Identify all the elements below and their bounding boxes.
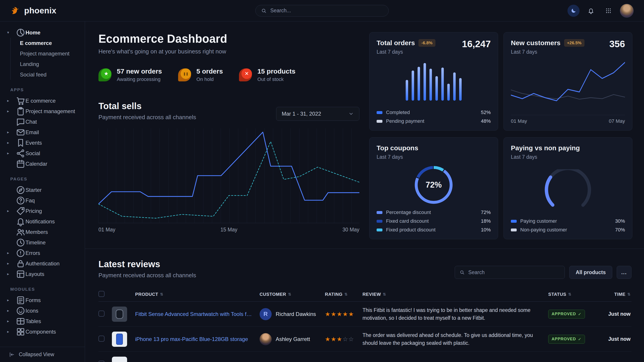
user-avatar[interactable]	[620, 4, 634, 18]
check-icon: ✓	[578, 337, 582, 342]
legend-swatch	[511, 220, 517, 223]
legend-swatch	[376, 229, 382, 231]
column-header-time[interactable]: TIME⇅	[599, 292, 632, 297]
sidebar-item-landing[interactable]: Landing	[10, 59, 85, 69]
review-text: This Fitbit is fantastic! I was trying t…	[362, 306, 548, 322]
avatar	[260, 333, 272, 345]
sidebar-section-pages: PAGES Starter Faq ▸ Pricing Notification…	[0, 169, 85, 279]
legend-swatch	[511, 229, 517, 231]
paying-gauge-chart	[511, 160, 625, 218]
legend-swatch	[376, 111, 382, 114]
caret-down-icon: ▾	[7, 30, 16, 35]
caret-right-icon: ▸	[7, 130, 16, 135]
sort-icon: ⇅	[568, 292, 572, 297]
share-icon	[16, 148, 26, 158]
stat-caption: Out of stock	[257, 76, 295, 82]
customer-cell: RRichard Dawkins	[260, 308, 325, 320]
sidebar-section-apps: APPS ▸ E commerce ▸ Project management C…	[0, 80, 85, 169]
check-icon: ✓	[578, 312, 582, 317]
product-image	[112, 332, 127, 347]
legend-item: Completed 52%	[376, 110, 491, 115]
sidebar-item-forms[interactable]: ▸ Forms	[0, 295, 85, 306]
column-header-rating[interactable]: RATING⇅	[325, 292, 362, 297]
legend-item: Non-paying customer 70%	[511, 227, 625, 233]
global-search[interactable]	[255, 5, 389, 16]
sidebar-item-events[interactable]: ▸ Events	[0, 137, 85, 148]
sidebar-item-errors[interactable]: ▸ Errors	[0, 248, 85, 258]
sidebar-item-layouts[interactable]: ▸ Layouts	[0, 269, 85, 279]
caret-right-icon: ▸	[7, 319, 16, 324]
date-range-select[interactable]: Mar 1 - 31, 2022	[276, 107, 359, 121]
sidebar-section-title: PAGES	[0, 169, 85, 185]
row-checkbox[interactable]	[98, 361, 104, 362]
sidebar-item-e-commerce[interactable]: ▸ E commerce	[0, 95, 85, 106]
star-icon: ★	[98, 68, 112, 81]
total-sells-x-axis: 01 May 15 May 30 May	[98, 227, 359, 233]
sidebar-item-project-management[interactable]: ▸ Project management	[0, 106, 85, 116]
theme-toggle-button[interactable]	[568, 5, 580, 17]
brand-logo-link[interactable]: phoenix	[10, 5, 56, 16]
row-checkbox[interactable]	[98, 311, 104, 317]
sidebar-item-timeline[interactable]: Timeline	[0, 237, 85, 248]
reviews-search[interactable]	[455, 266, 565, 279]
sidebar-item-icons[interactable]: ▸ Icons	[0, 306, 85, 316]
lock-icon	[16, 259, 26, 269]
sidebar-item-e-commerce[interactable]: E commerce	[10, 38, 85, 48]
total-orders-value: 16,247	[462, 39, 491, 49]
stat-out-of-stock: ✕ 15 products Out of stock	[239, 67, 295, 82]
sidebar-section-modules: MODULES ▸ Forms ▸ Icons ▸ Tables ▸ Compo…	[0, 279, 85, 337]
legend-value: 30%	[615, 218, 625, 224]
top-coupons-donut-chart: 72%	[376, 160, 491, 210]
sidebar-item-home[interactable]: ▾ Home	[0, 27, 85, 38]
sidebar-item-authentication[interactable]: ▸ Authentication	[0, 258, 85, 269]
search-icon	[261, 8, 267, 14]
caret-right-icon: ▸	[7, 209, 16, 213]
status-badge: APPROVED✓	[548, 310, 585, 319]
top-navbar: phoenix	[0, 0, 644, 21]
total-sells-title: Total sells	[98, 101, 196, 111]
all-products-button[interactable]: All products	[569, 266, 612, 279]
caret-right-icon: ▸	[7, 329, 16, 334]
sidebar-item-calendar[interactable]: Calendar	[0, 159, 85, 169]
apps-grid-button[interactable]	[602, 5, 614, 17]
product-link[interactable]: iPhone 13 pro max-Pacific Blue-128GB sto…	[135, 336, 260, 342]
sidebar-item-notifications[interactable]: Notifications	[0, 216, 85, 227]
reviews-table: PRODUCT⇅ CUSTOMER⇅ RATING⇅ REVIEW⇅ STATU…	[98, 287, 632, 362]
search-input[interactable]	[270, 7, 383, 14]
sidebar-item-email[interactable]: ▸ Email	[0, 127, 85, 137]
main-content: Ecommerce Dashboard Here's what's going …	[85, 21, 644, 362]
new-customers-x-axis: 01 May 07 May	[511, 115, 625, 124]
column-header-product[interactable]: PRODUCT⇅	[135, 292, 260, 297]
grid-icon	[605, 7, 612, 14]
sidebar-item-tables[interactable]: ▸ Tables	[0, 316, 85, 327]
paying-card: Paying vs non paying Last 7 days Paying …	[504, 137, 632, 239]
total-orders-bar-chart	[376, 55, 491, 110]
column-header-status[interactable]: STATUS⇅	[548, 292, 599, 297]
sidebar-item-faq[interactable]: Faq	[0, 195, 85, 206]
sidebar-item-starter[interactable]: Starter	[0, 185, 85, 195]
phoenix-logo-icon	[10, 5, 20, 16]
sidebar-item-pricing[interactable]: ▸ Pricing	[0, 206, 85, 216]
sidebar-item-social[interactable]: ▸ Social	[0, 148, 85, 159]
sidebar-section-title: MODULES	[0, 279, 85, 295]
sidebar-item-components[interactable]: ▸ Components	[0, 327, 85, 337]
collapse-sidebar-button[interactable]: Collapsed View	[0, 347, 85, 362]
stat-value: 5 orders	[196, 67, 223, 75]
sidebar-item-project-management[interactable]: Project management	[10, 48, 85, 59]
avatar: R	[260, 308, 272, 320]
legend-item: Paying customer 30%	[511, 218, 625, 224]
reviews-search-input[interactable]	[468, 269, 560, 276]
product-link[interactable]: Fitbit Sense Advanced Smartwatch with To…	[135, 311, 260, 317]
sidebar-item-chat[interactable]: Chat	[0, 116, 85, 127]
row-checkbox[interactable]	[98, 336, 104, 342]
notifications-button[interactable]	[585, 5, 597, 17]
more-options-button[interactable]: ...	[617, 266, 632, 279]
select-all-checkbox[interactable]	[98, 291, 104, 297]
column-header-customer[interactable]: CUSTOMER⇅	[260, 292, 325, 297]
sidebar-item-social-feed[interactable]: Social feed	[10, 69, 85, 80]
clipboard-icon	[16, 106, 26, 116]
column-header-review[interactable]: REVIEW⇅	[362, 292, 548, 297]
pie-chart-icon	[16, 28, 26, 37]
top-coupons-card: Top coupons Last 7 days 72% Percentage d…	[369, 137, 498, 239]
sidebar-item-members[interactable]: Members	[0, 227, 85, 237]
